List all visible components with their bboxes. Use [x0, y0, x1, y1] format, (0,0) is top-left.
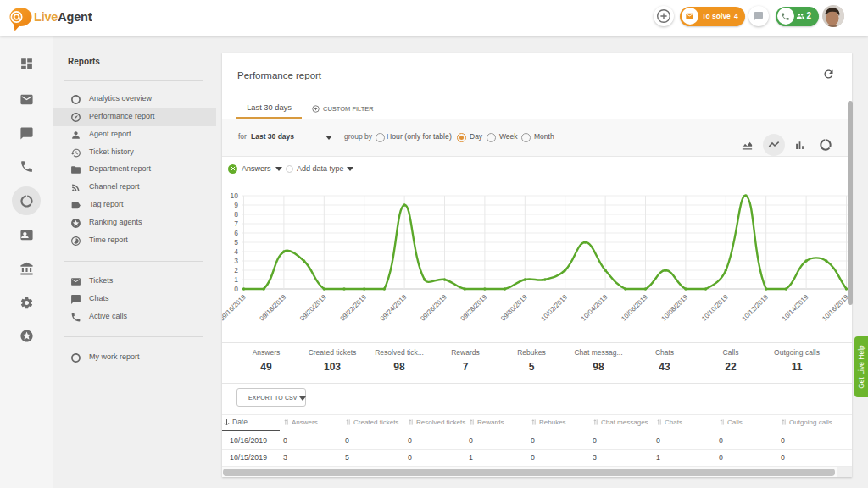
svg-text:09/18/2019: 09/18/2019 — [259, 293, 288, 323]
svg-text:0: 0 — [234, 285, 238, 293]
svg-text:10/06/2019: 10/06/2019 — [620, 293, 649, 323]
svg-text:8: 8 — [234, 210, 238, 219]
svg-text:09/20/2019: 09/20/2019 — [298, 293, 328, 323]
svg-text:09/30/2019: 09/30/2019 — [499, 293, 529, 323]
svg-text:2: 2 — [234, 266, 238, 274]
svg-text:5: 5 — [234, 238, 238, 247]
svg-text:10/02/2019: 10/02/2019 — [539, 293, 569, 323]
svg-text:10/08/2019: 10/08/2019 — [660, 293, 690, 323]
svg-text:09/16/2019: 09/16/2019 — [222, 293, 248, 323]
svg-text:10/12/2019: 10/12/2019 — [740, 293, 770, 323]
svg-text:10/14/2019: 10/14/2019 — [781, 293, 810, 323]
svg-text:10/04/2019: 10/04/2019 — [580, 293, 609, 323]
svg-text:10/16/2019: 10/16/2019 — [821, 293, 850, 323]
svg-text:10/10/2019: 10/10/2019 — [700, 293, 730, 323]
svg-text:4: 4 — [234, 247, 238, 256]
svg-text:09/24/2019: 09/24/2019 — [379, 293, 409, 323]
svg-text:09/26/2019: 09/26/2019 — [419, 293, 448, 323]
svg-text:09/28/2019: 09/28/2019 — [459, 293, 489, 323]
svg-text:9: 9 — [234, 201, 238, 209]
svg-text:10: 10 — [231, 191, 239, 200]
svg-text:7: 7 — [234, 219, 238, 228]
svg-text:3: 3 — [234, 257, 238, 265]
svg-text:1: 1 — [234, 275, 238, 284]
svg-text:6: 6 — [234, 229, 238, 237]
svg-text:09/22/2019: 09/22/2019 — [338, 293, 368, 323]
